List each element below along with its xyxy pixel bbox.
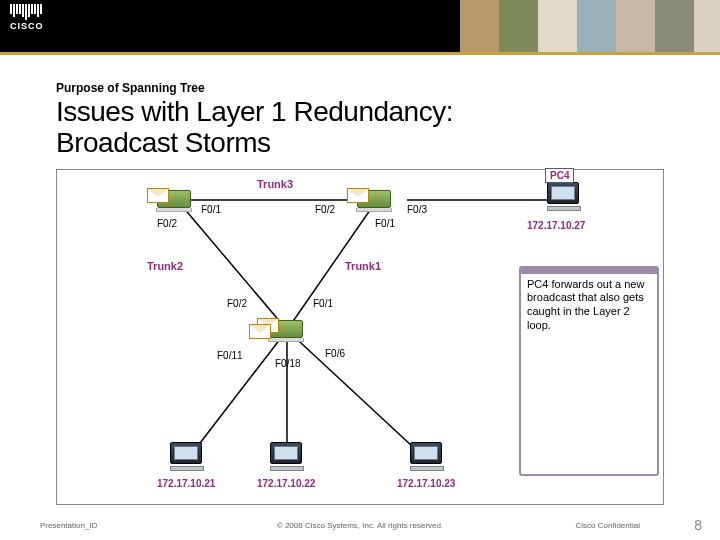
port-f02: F0/2	[157, 218, 177, 229]
callout-note: PC4 forwards out a new broadcast that al…	[519, 266, 659, 476]
pc4	[547, 182, 581, 211]
pc2-ip: 172.17.10.22	[257, 478, 315, 489]
pc3	[410, 442, 444, 471]
port-f02: F0/2	[227, 298, 247, 309]
cisco-logo: CISCO	[0, 0, 54, 36]
pc1-ip: 172.17.10.21	[157, 478, 215, 489]
port-f03: F0/3	[407, 204, 427, 215]
pc3-ip: 172.17.10.23	[397, 478, 455, 489]
slide-content: Purpose of Spanning Tree Issues with Lay…	[0, 55, 720, 159]
footer-id: Presentation_ID	[40, 521, 97, 530]
trunk1-label: Trunk1	[345, 260, 381, 272]
port-f01: F0/1	[201, 204, 221, 215]
port-f01: F0/1	[375, 218, 395, 229]
logo-text: CISCO	[10, 22, 44, 32]
port-f011: F0/11	[217, 350, 243, 361]
logo-bars-icon	[10, 4, 44, 20]
port-f02: F0/2	[315, 204, 335, 215]
port-f01: F0/1	[313, 298, 333, 309]
footer-page-number: 8	[694, 517, 702, 533]
envelope-icon	[249, 324, 271, 339]
slide-title-line2: Broadcast Storms	[56, 128, 664, 159]
note-text: PC4 forwards out a new broadcast that al…	[527, 278, 651, 333]
envelope-icon	[147, 188, 169, 203]
network-diagram: PC4 172.17.10.27 172.17.10.21 172.17.10.…	[56, 169, 664, 505]
pc2	[270, 442, 304, 471]
pc4-ip: 172.17.10.27	[527, 220, 585, 231]
trunk3-label: Trunk3	[257, 178, 293, 190]
header-photo-strip	[460, 0, 720, 52]
svg-line-6	[287, 330, 427, 460]
svg-line-2	[177, 200, 287, 330]
footer-confidential: Cisco Confidential	[576, 521, 640, 530]
trunk2-label: Trunk2	[147, 260, 183, 272]
slide-footer: Presentation_ID © 2008 Cisco Systems, In…	[0, 510, 720, 540]
slide-title-line1: Issues with Layer 1 Redundancy:	[56, 97, 664, 128]
top-bar: CISCO	[0, 0, 720, 52]
pc4-label: PC4	[545, 168, 574, 183]
port-f018: F0/18	[275, 358, 301, 369]
envelope-icon	[347, 188, 369, 203]
eyebrow: Purpose of Spanning Tree	[56, 81, 664, 95]
footer-copyright: © 2008 Cisco Systems, Inc. All rights re…	[277, 521, 443, 530]
port-f06: F0/6	[325, 348, 345, 359]
pc1	[170, 442, 204, 471]
